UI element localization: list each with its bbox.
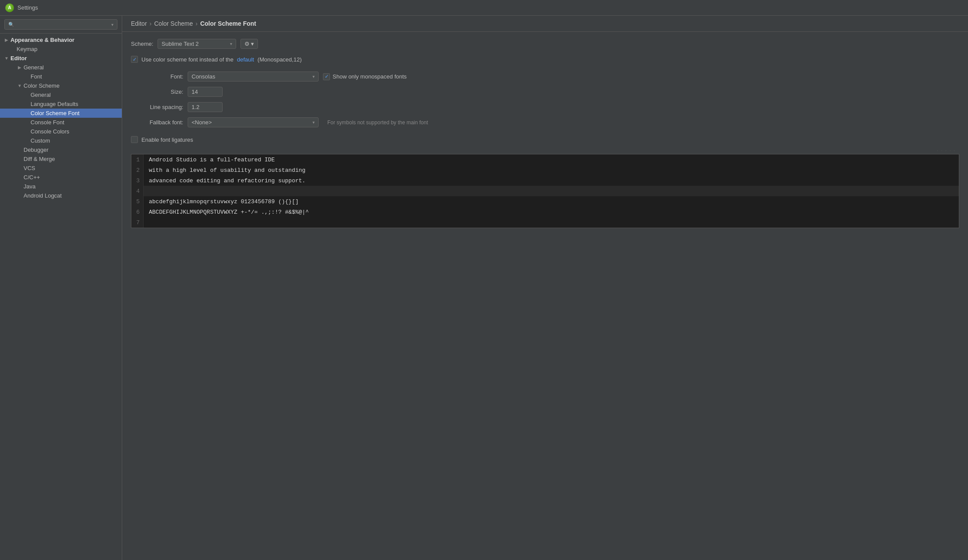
- size-row: Size:: [140, 87, 959, 97]
- line-spacing-row: Line spacing:: [140, 102, 959, 112]
- use-color-scheme-font-row: Use color scheme font instead of the def…: [131, 56, 959, 63]
- fallback-value: <None>: [192, 119, 310, 126]
- sidebar-item-label: Font: [31, 73, 42, 80]
- line-content: [144, 187, 158, 195]
- sidebar: 🔍 ▾ ▶ Appearance & Behavior ▶ Keymap ▼ E…: [0, 16, 122, 560]
- search-input[interactable]: [16, 21, 110, 27]
- use-color-scheme-font-checkbox[interactable]: [131, 56, 138, 63]
- sidebar-item-label: Language Defaults: [31, 101, 78, 107]
- line-number: 4: [131, 186, 144, 196]
- line-content: ABCDEFGHIJKLMNOPQRSTUVWXYZ +-*/= .,;:!? …: [144, 208, 314, 216]
- content-area: Editor › Color Scheme › Color Scheme Fon…: [122, 16, 968, 560]
- sidebar-item-general[interactable]: ▶ General: [0, 63, 122, 72]
- gear-icon: ⚙: [244, 41, 250, 47]
- sidebar-item-cpp[interactable]: ▶ C/C++: [0, 173, 122, 182]
- sidebar-item-label: Custom: [31, 137, 50, 144]
- ligatures-checkbox[interactable]: [131, 136, 138, 143]
- resize-handle[interactable]: · · · · ·: [131, 147, 959, 154]
- line-spacing-input[interactable]: [188, 102, 223, 112]
- sidebar-item-java[interactable]: ▶ Java: [0, 182, 122, 191]
- sidebar-item-keymap[interactable]: ▶ Keymap: [0, 44, 122, 54]
- line-spacing-label: Line spacing:: [140, 104, 183, 110]
- breadcrumb-editor: Editor: [131, 20, 147, 27]
- breadcrumb-color-scheme-font: Color Scheme Font: [200, 20, 256, 27]
- scheme-label: Scheme:: [131, 41, 153, 47]
- sidebar-item-label: C/C++: [24, 174, 40, 181]
- fallback-dropdown-arrow-icon: ▾: [312, 120, 315, 125]
- sidebar-item-color-scheme-font[interactable]: ▶ Color Scheme Font: [0, 109, 122, 118]
- sidebar-item-android-logcat[interactable]: ▶ Android Logcat: [0, 191, 122, 200]
- ligatures-row: Enable font ligatures: [131, 136, 959, 143]
- sidebar-item-label: VCS: [24, 165, 35, 171]
- search-box[interactable]: 🔍 ▾: [4, 19, 117, 30]
- sidebar-tree: ▶ Appearance & Behavior ▶ Keymap ▼ Edito…: [0, 34, 122, 560]
- sidebar-item-custom[interactable]: ▶ Custom: [0, 136, 122, 145]
- ligatures-label: Enable font ligatures: [141, 137, 193, 143]
- sidebar-item-label: General: [24, 64, 44, 71]
- sidebar-item-console-font[interactable]: ▶ Console Font: [0, 118, 122, 127]
- scheme-value: Sublime Text 2: [161, 41, 227, 47]
- arrow-icon: ▼: [3, 55, 10, 61]
- font-row: Font: Consolas ▾ Show only monospaced fo…: [140, 72, 959, 82]
- breadcrumb: Editor › Color Scheme › Color Scheme Fon…: [122, 16, 968, 32]
- sidebar-item-label: Console Font: [31, 119, 64, 126]
- line-number: 2: [131, 165, 144, 175]
- font-settings-form: Font: Consolas ▾ Show only monospaced fo…: [140, 72, 959, 127]
- sidebar-item-label: Console Colors: [31, 128, 69, 135]
- line-content: advanced code editing and refactoring su…: [144, 177, 311, 185]
- arrow-icon: ▶: [3, 37, 10, 43]
- fallback-dropdown[interactable]: <None> ▾: [188, 117, 319, 127]
- scheme-row: Scheme: Sublime Text 2 ▾ ⚙ ▾: [131, 39, 959, 49]
- search-dropdown-arrow[interactable]: ▾: [111, 22, 113, 27]
- sidebar-item-debugger[interactable]: ▶ Debugger: [0, 145, 122, 154]
- font-value: Consolas: [192, 73, 310, 80]
- font-label: Font:: [140, 73, 183, 80]
- sidebar-item-color-scheme[interactable]: ▼ Color Scheme: [0, 81, 122, 90]
- main-layout: 🔍 ▾ ▶ Appearance & Behavior ▶ Keymap ▼ E…: [0, 16, 968, 560]
- sidebar-item-font[interactable]: ▶ Font: [0, 72, 122, 81]
- default-link[interactable]: default: [237, 56, 254, 63]
- sidebar-item-label: Editor: [10, 55, 27, 61]
- search-icon: 🔍: [8, 22, 14, 27]
- gear-button[interactable]: ⚙ ▾: [240, 39, 258, 49]
- settings-content: Scheme: Sublime Text 2 ▾ ⚙ ▾ Use color s…: [122, 32, 968, 560]
- breadcrumb-sep-1: ›: [150, 20, 152, 27]
- sidebar-item-diff-merge[interactable]: ▶ Diff & Merge: [0, 154, 122, 164]
- line-number: 6: [131, 207, 144, 217]
- preview-line-3: 3 advanced code editing and refactoring …: [131, 175, 959, 186]
- sidebar-item-vcs[interactable]: ▶ VCS: [0, 164, 122, 173]
- preview-line-1: 1 Android Studio is a full-featured IDE: [131, 154, 959, 165]
- arrow-icon: ▶: [17, 65, 23, 71]
- preview-line-2: 2 with a high level of usability and out…: [131, 165, 959, 175]
- sidebar-item-appearance-behavior[interactable]: ▶ Appearance & Behavior: [0, 35, 122, 44]
- sidebar-item-label: Java: [24, 183, 35, 190]
- preview-line-4: 4: [131, 186, 959, 196]
- monospaced-checkbox[interactable]: [323, 73, 330, 80]
- monospaced-label: Show only monospaced fonts: [333, 73, 407, 80]
- monospaced-row: Show only monospaced fonts: [323, 73, 407, 80]
- size-input[interactable]: [188, 87, 223, 97]
- line-number: 7: [131, 217, 144, 228]
- sidebar-item-language-defaults[interactable]: ▶ Language Defaults: [0, 99, 122, 109]
- sidebar-item-label: Android Logcat: [24, 192, 62, 199]
- scheme-dropdown[interactable]: Sublime Text 2 ▾: [158, 39, 236, 49]
- fallback-label: Fallback font:: [140, 119, 183, 126]
- sidebar-item-console-colors[interactable]: ▶ Console Colors: [0, 127, 122, 136]
- preview-line-6: 6 ABCDEFGHIJKLMNOPQRSTUVWXYZ +-*/= .,;:!…: [131, 207, 959, 217]
- title-bar: A Settings: [0, 0, 968, 16]
- sidebar-item-label: General: [31, 92, 51, 98]
- preview-area: 1 Android Studio is a full-featured IDE …: [131, 154, 959, 228]
- sidebar-item-color-scheme-general[interactable]: ▶ General: [0, 90, 122, 99]
- sidebar-item-editor[interactable]: ▼ Editor: [0, 54, 122, 63]
- sidebar-item-label: Diff & Merge: [24, 156, 55, 162]
- gear-dropdown-arrow: ▾: [251, 41, 254, 47]
- scheme-dropdown-arrow-icon: ▾: [230, 41, 232, 46]
- breadcrumb-sep-2: ›: [196, 20, 198, 27]
- sidebar-item-label: Keymap: [17, 46, 38, 52]
- line-number: 1: [131, 154, 144, 165]
- use-color-scheme-font-label-before: Use color scheme font instead of the: [141, 56, 233, 63]
- sidebar-item-label: Debugger: [24, 147, 48, 153]
- fallback-font-row: Fallback font: <None> ▾ For symbols not …: [140, 117, 959, 127]
- font-dropdown[interactable]: Consolas ▾: [188, 72, 319, 82]
- line-content: [144, 219, 158, 227]
